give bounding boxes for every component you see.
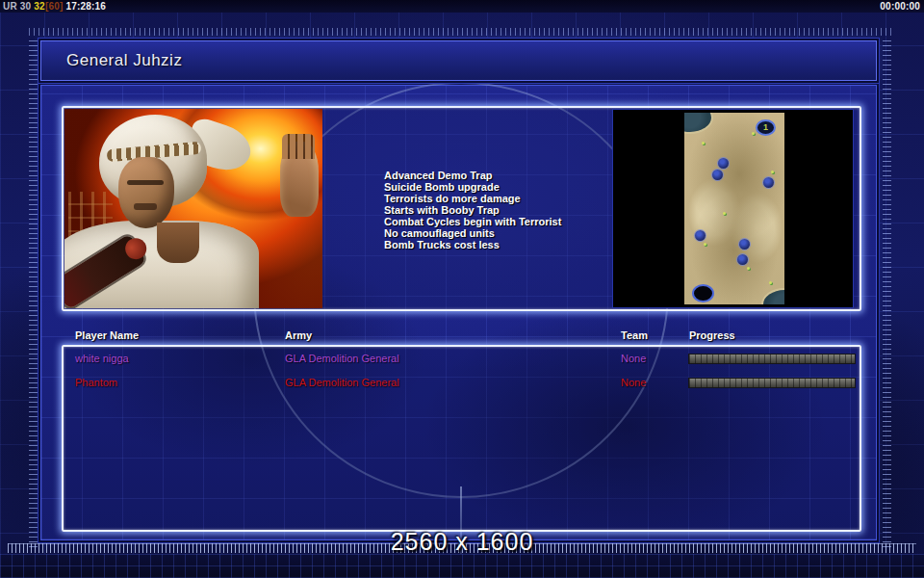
- general-portrait-image: [64, 109, 322, 308]
- column-progress: Progress: [689, 329, 735, 341]
- map-supply-dot: [737, 254, 748, 265]
- top-ruler: [29, 28, 895, 36]
- table-row: Phantom GLA Demolition General None: [0, 377, 924, 392]
- right-ruler: [883, 40, 891, 549]
- map-preview-image: 1: [684, 113, 784, 304]
- player-army: GLA Demolition General: [285, 353, 399, 364]
- bottom-grid-strip: [0, 554, 924, 578]
- player-team: None: [621, 353, 646, 364]
- player-team: None: [621, 377, 646, 388]
- map-water-area: [684, 113, 711, 132]
- perk-item: Combat Cycles begin with Terrorist: [384, 216, 561, 227]
- map-speck: [747, 267, 750, 270]
- fps-readout: UR 30 32[60] 17:28:16: [3, 0, 106, 13]
- map-water-area: [763, 290, 784, 304]
- map-supply-dot: [695, 230, 706, 241]
- map-preview-panel: 1: [612, 109, 854, 308]
- fps-cap: [60]: [45, 1, 64, 12]
- player-army: GLA Demolition General: [285, 377, 399, 388]
- map-speck: [769, 281, 772, 284]
- column-team: Team: [621, 329, 648, 341]
- perk-item: No camouflaged units: [384, 227, 561, 239]
- player-progress-bar: [688, 354, 856, 364]
- perk-item: Terrorists do more damage: [384, 193, 561, 204]
- column-army: Army: [285, 329, 312, 341]
- player-progress-bar: [688, 378, 856, 388]
- portrait-chest: [157, 223, 199, 263]
- player-list-box: [62, 345, 861, 532]
- title-bar: General Juhziz: [40, 40, 877, 81]
- page-title: General Juhziz: [66, 51, 182, 70]
- perk-item: Starts with Booby Trap: [384, 204, 561, 216]
- map-supply-dot: [718, 158, 729, 169]
- game-timer: 00:00:00: [880, 0, 920, 13]
- map-speck: [723, 212, 726, 215]
- map-supply-dot: [712, 170, 723, 180]
- player-name: white nigga: [75, 353, 129, 364]
- resolution-label: 2560 x 1600: [0, 528, 924, 556]
- map-start-position-marker: 1: [756, 119, 776, 136]
- portrait-raised-hand: [280, 142, 319, 217]
- column-player-name: Player Name: [75, 329, 139, 341]
- debug-status-bar: UR 30 32[60] 17:28:16 00:00:00: [0, 0, 924, 13]
- player-name: Phantom: [75, 377, 117, 388]
- map-speck: [771, 171, 774, 173]
- map-speck: [704, 243, 706, 246]
- perk-item: Advanced Demo Trap: [384, 170, 561, 181]
- general-perk-list: Advanced Demo Trap Suicide Bomb upgrade …: [384, 170, 561, 250]
- perk-item: Suicide Bomb upgrade: [384, 181, 561, 193]
- map-supply-dot: [739, 239, 750, 250]
- clock-value: 17:28:16: [65, 1, 106, 12]
- perk-item: Bomb Trucks cost less: [384, 239, 561, 250]
- map-start-position-dot: [692, 284, 714, 302]
- map-speck: [752, 132, 755, 135]
- table-row: white nigga GLA Demolition General None: [0, 353, 924, 368]
- left-ruler: [29, 40, 38, 549]
- fps-label: UR 30: [3, 1, 31, 12]
- map-speck: [702, 142, 705, 144]
- map-supply-dot: [763, 177, 774, 188]
- player-table-header: Player Name Army Team Progress: [0, 329, 924, 343]
- loading-screen: UR 30 32[60] 17:28:16 00:00:00 General J…: [0, 0, 924, 578]
- portrait-face: [118, 157, 174, 228]
- fps-value: 32: [34, 1, 45, 12]
